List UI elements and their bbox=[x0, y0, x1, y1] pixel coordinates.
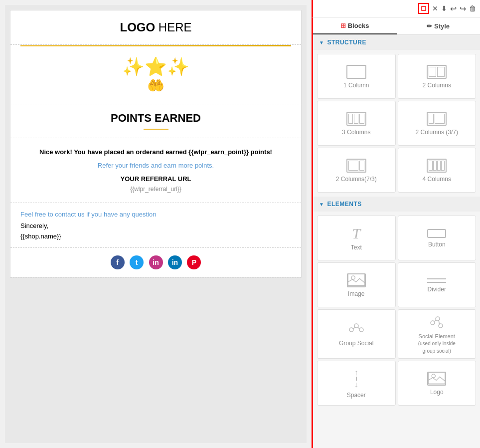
linkedin-icon-circle[interactable]: in bbox=[168, 255, 182, 269]
block-divider[interactable]: Divider bbox=[398, 262, 477, 307]
social-element-icon bbox=[430, 316, 444, 330]
logo-block-icon bbox=[427, 372, 446, 386]
pinterest-icon-circle[interactable]: P bbox=[187, 255, 201, 269]
email-logo-section: LOGO HERE bbox=[10, 10, 301, 45]
svg-line-11 bbox=[435, 320, 437, 322]
button-label: Button bbox=[428, 241, 446, 249]
redo-icon[interactable]: ↪ bbox=[460, 4, 466, 13]
3-columns-icon bbox=[346, 112, 366, 126]
svg-rect-1 bbox=[348, 273, 365, 286]
1-column-label: 1 Column bbox=[343, 82, 369, 90]
block-spacer[interactable]: ↑ ↓ Spacer bbox=[317, 361, 396, 406]
tab-styles[interactable]: ✏ Style bbox=[397, 18, 480, 34]
group-social-label: Group Social bbox=[339, 340, 373, 348]
logo-label: Logo bbox=[430, 389, 444, 397]
email-body-section: Nice work! You have placed an orderand e… bbox=[10, 138, 301, 203]
twitter-icon-circle[interactable]: t bbox=[130, 255, 144, 269]
svg-point-2 bbox=[351, 276, 355, 279]
2-columns-37-icon bbox=[427, 112, 447, 126]
footer-sincerely: Sincerely, bbox=[20, 222, 291, 229]
block-1-column[interactable]: 1 Column bbox=[317, 54, 396, 99]
block-2-columns[interactable]: 2 Columns bbox=[398, 54, 477, 99]
spacer-block-icon: ↑ ↓ bbox=[354, 369, 358, 389]
4-columns-label: 4 Columns bbox=[423, 176, 451, 184]
elements-chevron-icon: ▼ bbox=[319, 202, 324, 207]
right-panel: ⊞ Blocks ✏ Style ▼ STRUCTURE 1 Column 2 … bbox=[312, 17, 480, 448]
group-social-icon bbox=[348, 323, 364, 337]
svg-point-3 bbox=[349, 328, 353, 332]
svg-point-4 bbox=[354, 324, 358, 328]
elements-grid: T Text Button Image bbox=[313, 212, 480, 410]
star-emoji: ✨⭐✨ bbox=[20, 56, 291, 77]
undo-icon[interactable]: ↩ bbox=[450, 4, 457, 13]
button-block-icon bbox=[427, 229, 446, 238]
block-image[interactable]: Image bbox=[317, 262, 396, 307]
tab-blocks[interactable]: ⊞ Blocks bbox=[313, 18, 397, 34]
text-label: Text bbox=[351, 244, 362, 252]
4-columns-icon bbox=[427, 159, 447, 173]
structure-grid: 1 Column 2 Columns 3 Columns 2 Columns (… bbox=[313, 50, 480, 197]
structure-header-label: STRUCTURE bbox=[327, 39, 366, 46]
footer-shop-name: {{shop.name}} bbox=[20, 232, 291, 240]
block-2-columns-73[interactable]: 2 Columns(7/3) bbox=[317, 148, 396, 193]
referral-url: {{wlpr_referral_url}} bbox=[23, 186, 289, 193]
svg-rect-13 bbox=[428, 372, 445, 384]
elements-header-label: ELEMENTS bbox=[327, 201, 361, 208]
download-icon[interactable]: ⬇ bbox=[441, 4, 447, 12]
2-columns-73-icon bbox=[346, 159, 366, 173]
divider-block-icon bbox=[427, 278, 446, 283]
hand-emoji: 🤲 bbox=[20, 77, 291, 94]
instagram-icon-circle[interactable]: in bbox=[149, 255, 163, 269]
text-block-icon: T bbox=[352, 226, 360, 241]
email-footer-section: Feel free to contact us if you have any … bbox=[10, 203, 301, 248]
delete-icon[interactable]: 🗑 bbox=[469, 4, 476, 12]
block-4-columns[interactable]: 4 Columns bbox=[398, 148, 477, 193]
styles-tab-label: Style bbox=[434, 22, 450, 30]
logo-bold: LOGO HERE bbox=[120, 20, 191, 34]
svg-point-5 bbox=[359, 328, 363, 332]
svg-point-10 bbox=[439, 324, 443, 328]
3-columns-label: 3 Columns bbox=[342, 129, 370, 137]
block-2-columns-37[interactable]: 2 Columns (3/7) bbox=[398, 101, 477, 146]
social-icons-section: f t in in P bbox=[10, 248, 301, 277]
2-columns-label: 2 Columns bbox=[423, 82, 451, 90]
square-icon[interactable] bbox=[418, 3, 429, 14]
blocks-tab-icon: ⊞ bbox=[340, 22, 346, 29]
email-preview: LOGO HERE ✨⭐✨ 🤲 POINTS EARNED Nice work!… bbox=[0, 0, 312, 448]
block-text[interactable]: T Text bbox=[317, 216, 396, 260]
close-icon[interactable]: ✕ bbox=[432, 4, 438, 12]
2-columns-37-label: 2 Columns (3/7) bbox=[416, 129, 458, 137]
block-button[interactable]: Button bbox=[398, 216, 477, 260]
facebook-icon-circle[interactable]: f bbox=[111, 255, 125, 269]
block-3-columns[interactable]: 3 Columns bbox=[317, 101, 396, 146]
body-blue-text: Refer your friends and earn more points. bbox=[23, 162, 289, 169]
panel-tabs: ⊞ Blocks ✏ Style bbox=[313, 17, 480, 35]
1-column-icon bbox=[346, 65, 366, 79]
svg-point-14 bbox=[432, 374, 435, 378]
2-columns-icon bbox=[427, 65, 447, 79]
title-underline bbox=[144, 129, 168, 130]
svg-rect-0 bbox=[422, 6, 426, 10]
elements-section-header[interactable]: ▼ ELEMENTS bbox=[313, 197, 480, 212]
structure-section-header[interactable]: ▼ STRUCTURE bbox=[313, 35, 480, 50]
email-canvas: LOGO HERE ✨⭐✨ 🤲 POINTS EARNED Nice work!… bbox=[10, 10, 302, 278]
social-element-label: Social Element(used only insidegroup soc… bbox=[418, 333, 456, 354]
svg-line-7 bbox=[358, 327, 359, 329]
structure-chevron-icon: ▼ bbox=[319, 40, 324, 45]
2-columns-73-label: 2 Columns(7/3) bbox=[336, 176, 377, 184]
email-title: POINTS EARNED bbox=[18, 112, 294, 125]
title-section: POINTS EARNED bbox=[10, 104, 301, 138]
body-bold-text: Nice work! You have placed an orderand e… bbox=[23, 148, 289, 156]
svg-line-6 bbox=[353, 327, 355, 329]
svg-line-12 bbox=[439, 320, 440, 324]
referral-label: YOUR REFERRAL URL bbox=[23, 175, 289, 183]
block-group-social[interactable]: Group Social bbox=[317, 309, 396, 359]
divider-label: Divider bbox=[428, 286, 446, 294]
star-section: ✨⭐✨ 🤲 bbox=[10, 46, 301, 104]
footer-contact-text: Feel free to contact us if you have any … bbox=[20, 211, 291, 218]
block-social-element[interactable]: Social Element(used only insidegroup soc… bbox=[398, 309, 477, 359]
blocks-tab-label: Blocks bbox=[348, 22, 369, 29]
svg-point-8 bbox=[431, 321, 435, 325]
spacer-label: Spacer bbox=[347, 392, 366, 400]
block-logo[interactable]: Logo bbox=[398, 361, 477, 406]
